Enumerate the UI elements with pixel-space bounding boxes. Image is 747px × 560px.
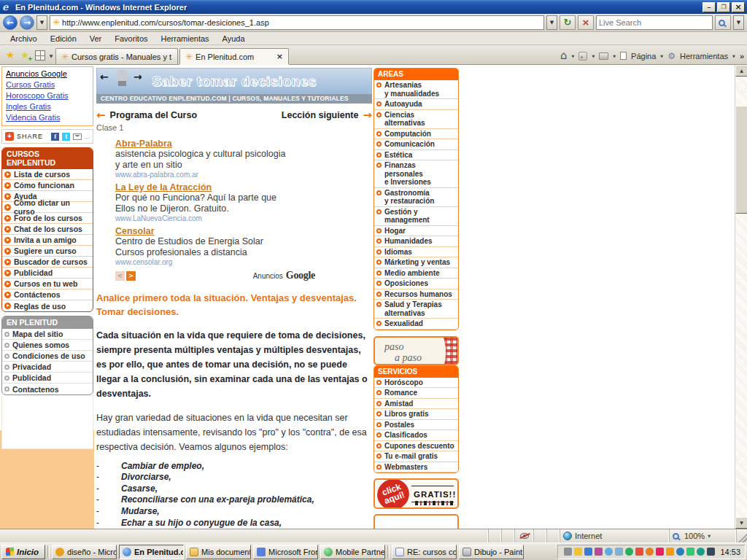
mail-icon[interactable] xyxy=(73,133,82,140)
tray-icon[interactable] xyxy=(635,548,643,556)
task-button[interactable]: Mobile Partner xyxy=(320,545,385,559)
tray-icon[interactable] xyxy=(656,548,664,556)
share-more-icon[interactable]: ... xyxy=(85,133,90,140)
task-button[interactable]: diseño - Microso... xyxy=(52,545,117,559)
tray-icon[interactable] xyxy=(666,548,674,556)
ad-title-link[interactable]: Censolar xyxy=(115,226,155,236)
minimize-button[interactable] xyxy=(703,2,716,12)
url-input[interactable] xyxy=(62,18,541,27)
facebook-icon[interactable] xyxy=(51,133,59,141)
menu-bar-item[interactable]: Ayuda xyxy=(217,34,251,44)
refresh-button[interactable] xyxy=(560,15,576,30)
area-menu-item[interactable]: Oposiciones xyxy=(374,279,458,289)
area-menu-item[interactable]: Autoayuda xyxy=(374,99,458,110)
security-zone-segment[interactable]: Internet xyxy=(560,529,670,542)
servicio-menu-item[interactable]: Clasificados xyxy=(374,430,458,441)
ad-link[interactable]: Cursos Gratis xyxy=(6,80,89,89)
tray-icon[interactable] xyxy=(625,548,633,556)
sidebar-menu-item[interactable]: Publicidad xyxy=(2,268,93,279)
tools-dropdown[interactable] xyxy=(732,54,735,58)
scroll-up-button[interactable] xyxy=(735,65,747,77)
tray-icon[interactable] xyxy=(646,548,654,556)
area-menu-item[interactable]: Humanidades xyxy=(374,236,458,247)
ads-next-button[interactable] xyxy=(126,271,136,281)
tray-icon[interactable] xyxy=(564,548,572,556)
print-icon[interactable] xyxy=(599,52,608,60)
gratis-promo-banner[interactable]: click aquí! GRATIS!! xyxy=(374,478,459,509)
ads-prev-button[interactable] xyxy=(115,271,125,281)
back-button[interactable]: ← xyxy=(3,15,18,30)
area-menu-item[interactable]: Gestión y management xyxy=(374,207,458,226)
url-dropdown[interactable] xyxy=(546,15,557,30)
search-button[interactable] xyxy=(715,15,731,30)
sidebar-menu-item[interactable]: Reglas de uso xyxy=(2,300,93,311)
print-dropdown[interactable] xyxy=(613,54,616,58)
task-button[interactable]: RE: cursos corr... xyxy=(392,545,457,559)
sidebar-menu-item[interactable]: Chat de los cursos xyxy=(2,224,93,235)
next-lesson-link[interactable]: Lección siguiente xyxy=(282,110,372,120)
menu-bar-item[interactable]: Edición xyxy=(44,34,82,44)
servicio-menu-item[interactable]: Webmasters xyxy=(374,462,458,473)
sidebar-menu-item[interactable]: Buscador de cursos xyxy=(2,257,93,268)
page-menu[interactable]: Página xyxy=(631,52,656,61)
area-menu-item[interactable]: Idiomas xyxy=(374,247,458,258)
home-icon[interactable] xyxy=(560,50,568,61)
servicio-menu-item[interactable]: Amistad xyxy=(374,399,458,410)
home-dropdown[interactable] xyxy=(572,54,575,58)
area-menu-item[interactable]: Salud y Terapias alternativas xyxy=(374,300,458,319)
search-dropdown[interactable] xyxy=(733,15,744,30)
menu-bar-item[interactable]: Herramientas xyxy=(155,34,215,44)
rss-dropdown[interactable] xyxy=(592,54,595,58)
area-menu-item[interactable]: Sexualidad xyxy=(374,319,458,330)
start-button[interactable]: Inicio xyxy=(1,545,45,559)
sidebar-menu-item[interactable]: Condiciones de uso xyxy=(2,351,93,362)
servicio-menu-item[interactable]: Horóscopo xyxy=(374,378,458,389)
sidebar-menu-item[interactable]: Lista de cursos xyxy=(2,169,93,180)
sidebar-menu-item[interactable]: Contactenos xyxy=(2,384,93,394)
scrollbar-thumb[interactable] xyxy=(735,106,747,214)
ad-link[interactable]: Ingles Gratis xyxy=(6,102,89,111)
menu-bar-item[interactable]: Ver xyxy=(84,34,108,44)
tray-icon[interactable] xyxy=(595,548,603,556)
tray-icon[interactable] xyxy=(676,548,684,556)
menu-bar-item[interactable]: Archivo xyxy=(4,34,43,44)
tray-icon[interactable] xyxy=(584,548,592,556)
servicio-menu-item[interactable]: Tu e-mail gratis xyxy=(374,451,458,462)
area-menu-item[interactable]: Hogar xyxy=(374,226,458,237)
sidebar-menu-item[interactable]: Contáctenos xyxy=(2,289,93,300)
sidebar-menu-item[interactable]: Cómo dictar un curso xyxy=(2,202,93,213)
sidebar-menu-item[interactable]: Cómo funcionan xyxy=(2,180,93,191)
tray-icon[interactable] xyxy=(615,548,623,556)
click-aqui-badge[interactable]: click aquí! xyxy=(374,478,414,509)
sidebar-menu-item[interactable]: Invita a un amigo xyxy=(2,235,93,246)
scroll-down-button[interactable] xyxy=(735,517,747,529)
sidebar-menu-item[interactable]: Mapa del sitio xyxy=(2,329,93,340)
menu-bar-item[interactable]: Favoritos xyxy=(109,34,153,44)
task-button[interactable]: Mis documentos xyxy=(186,545,251,559)
add-favorite-icon[interactable] xyxy=(18,48,32,63)
paso-a-paso-banner[interactable]: paso a paso xyxy=(374,336,459,365)
servicio-menu-item[interactable]: Postales xyxy=(374,420,458,431)
tray-icon[interactable] xyxy=(574,548,582,556)
area-menu-item[interactable]: Recursos humanos xyxy=(374,289,458,300)
area-menu-item[interactable]: Computación xyxy=(374,129,458,140)
tab-en-plenitud[interactable]: En Plenitud.com xyxy=(179,48,289,64)
prev-lesson-link[interactable]: Programa del Curso xyxy=(96,110,197,120)
area-menu-item[interactable]: Comunicación xyxy=(374,139,458,150)
area-menu-item[interactable]: Artesanias y manualidades xyxy=(374,80,458,99)
vertical-scrollbar[interactable] xyxy=(735,65,747,529)
sidebar-menu-item[interactable]: Cursos en tu web xyxy=(2,279,93,289)
ad-title-link[interactable]: La Ley de la Atracción xyxy=(115,182,212,192)
sidebar-menu-item[interactable]: Quienes somos xyxy=(2,340,93,351)
area-menu-item[interactable]: Márketing y ventas xyxy=(374,257,458,268)
tray-icon[interactable] xyxy=(686,548,694,556)
ad-link[interactable]: Videncia Gratis xyxy=(6,113,89,122)
ad-title-link[interactable]: Abra-Palabra xyxy=(115,139,172,149)
sidebar-menu-item[interactable]: Foro de los cursos xyxy=(2,213,93,224)
sidebar-menu-item[interactable]: Publicidad xyxy=(2,373,93,384)
restore-button[interactable] xyxy=(717,2,730,12)
area-menu-item[interactable]: Gastronomía y restauración xyxy=(374,188,458,207)
share-bar[interactable]: SHARE ... xyxy=(1,129,93,144)
tab-close-icon[interactable] xyxy=(276,52,283,61)
sidebar-menu-item[interactable]: Privacidad xyxy=(2,362,93,373)
